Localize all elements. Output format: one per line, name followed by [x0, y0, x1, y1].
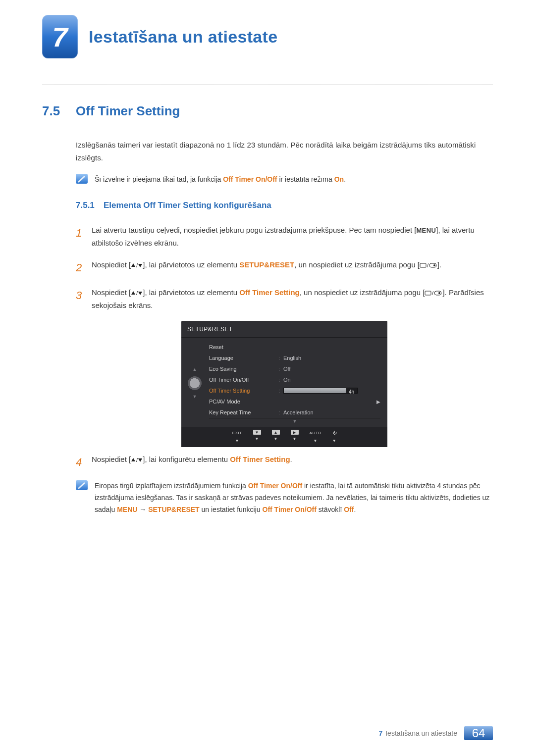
osd-row-off-timer-onoff: Off Timer On/Off:On: [209, 374, 380, 385]
steps-list: 1 Lai atvērtu taustiņu ceļvedi, nospiedi…: [76, 224, 493, 471]
svg-marker-16: [138, 458, 142, 462]
step-3: 3 Nospiediet [/], lai pārvietotos uz ele…: [76, 286, 493, 312]
osd-slider: 4h: [283, 388, 358, 394]
osd-row-key-repeat: Key Repeat Time:Acceleration: [209, 407, 380, 418]
step-number: 1: [76, 224, 92, 250]
osd-row-language: Language:English: [209, 353, 380, 363]
enter-source-icon: /: [425, 290, 442, 296]
section-heading: 7.5 Off Timer Setting: [42, 103, 493, 119]
svg-text:/: /: [136, 262, 138, 268]
subsection-heading: 7.5.1 Elementa Off Timer Setting konfigu…: [76, 199, 493, 213]
svg-marker-0: [131, 263, 135, 267]
osd-row-off-timer-setting: Off Timer Setting: 4h: [209, 385, 380, 396]
footer-chapter-label: 7 Iestatīšana un atiestate: [378, 726, 464, 740]
page-footer: 7 Iestatīšana un atiestate 64: [0, 726, 535, 740]
svg-rect-10: [425, 291, 431, 295]
svg-marker-9: [138, 292, 142, 295]
note-availability: Šī izvēlne ir pieejama tikai tad, ja fun…: [76, 174, 493, 186]
svg-point-13: [438, 292, 440, 294]
chapter-number: 7: [52, 21, 67, 53]
chapter-header: 7 Iestatīšana un atiestate: [42, 15, 493, 58]
svg-text:/: /: [432, 290, 434, 296]
step-number: 3: [76, 286, 92, 312]
osd-screenshot: SETUP&RESET ▲ ▼ Reset Language:English E…: [76, 321, 493, 447]
svg-point-6: [433, 264, 435, 266]
svg-marker-14: [131, 458, 135, 461]
step-4: 4 Nospiediet [/], lai konfigurētu elemen…: [76, 453, 493, 471]
osd-title: SETUP&RESET: [181, 321, 387, 338]
svg-text:/: /: [427, 262, 429, 268]
svg-text:/: /: [136, 290, 138, 296]
subsection-number: 7.5.1: [76, 199, 104, 213]
header-rule: [42, 84, 493, 85]
section-title: Off Timer Setting: [76, 103, 180, 119]
osd-scroll-caret: ▼: [209, 418, 380, 425]
step-number: 4: [76, 453, 92, 471]
enter-source-icon: /: [420, 262, 437, 268]
subsection-title: Elementa Off Timer Setting konfigurēšana: [104, 199, 271, 213]
note-text: Šī izvēlne ir pieejama tikai tad, ja fun…: [95, 174, 346, 186]
up-down-icon: /: [131, 457, 143, 463]
svg-text:/: /: [136, 457, 138, 463]
chapter-number-box: 7: [42, 15, 78, 58]
osd-btn-auto: AUTO▼: [310, 430, 321, 444]
osd-row-pcav: PC/AV Mode▶: [209, 396, 380, 407]
menu-label: MENU: [416, 227, 436, 234]
osd-down-caret: ▼: [193, 393, 197, 401]
svg-marker-2: [138, 264, 142, 267]
osd-btn-down: ▼▼: [253, 430, 261, 444]
chevron-right-icon: ▶: [376, 398, 380, 406]
osd-btn-right: ▶▼: [291, 430, 299, 444]
section-number: 7.5: [42, 103, 76, 119]
step-number: 2: [76, 258, 92, 277]
chapter-title: Iestatīšana un atiestate: [89, 27, 277, 47]
up-down-icon: /: [131, 262, 143, 268]
note-text: Eiropas tirgū izplatītajiem izstrādājumi…: [95, 480, 493, 515]
osd-btn-up: ▲▼: [272, 430, 280, 444]
note-icon: [76, 174, 88, 184]
svg-marker-7: [131, 291, 135, 295]
page-number: 64: [464, 726, 493, 740]
intro-paragraph: Izslēgšanās taimeri var iestatīt diapazo…: [76, 139, 493, 164]
osd-menu-list: Reset Language:English Eco Saving:Off Of…: [204, 342, 382, 425]
osd-up-caret: ▲: [193, 366, 197, 373]
note-eu-regulation: Eiropas tirgū izplatītajiem izstrādājumi…: [76, 480, 493, 515]
osd-btn-exit: EXIT▼: [232, 430, 242, 444]
step-2: 2 Nospiediet [/], lai pārvietotos uz ele…: [76, 258, 493, 277]
osd-row-reset: Reset: [209, 342, 380, 353]
osd-row-eco: Eco Saving:Off: [209, 363, 380, 374]
gear-icon: [188, 376, 202, 390]
osd-footer: EXIT▼ ▼▼ ▲▼ ▶▼ AUTO▼ ⏻▼: [181, 427, 387, 447]
up-down-icon: /: [131, 290, 143, 296]
step-1: 1 Lai atvērtu taustiņu ceļvedi, nospiedi…: [76, 224, 493, 250]
svg-rect-3: [420, 263, 426, 267]
osd-btn-power: ⏻▼: [332, 430, 337, 444]
note-icon: [76, 480, 88, 490]
